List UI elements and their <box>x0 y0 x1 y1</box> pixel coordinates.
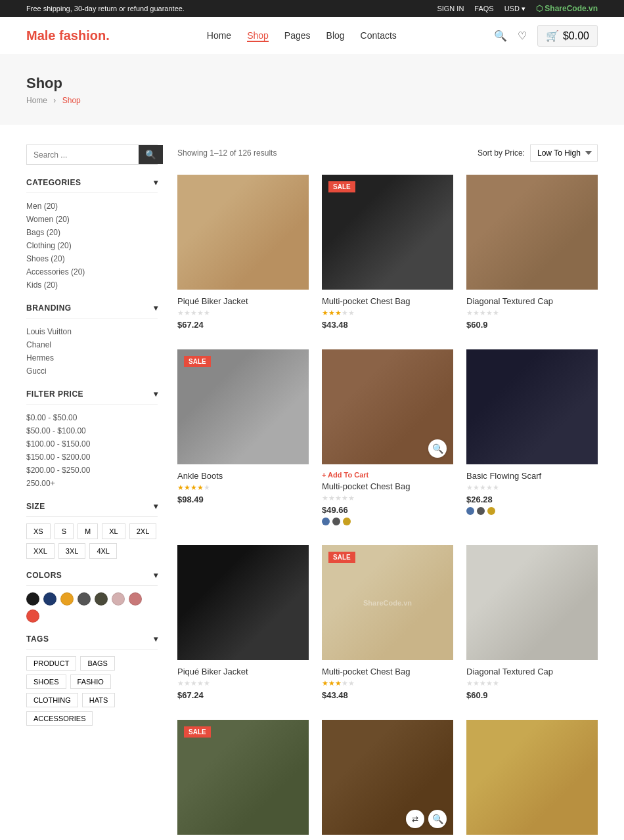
product-image: SALE <box>177 720 309 835</box>
swatch[interactable] <box>466 507 474 515</box>
product-card: SALE Ankle Boots ★★★★★ $98.49 <box>177 349 309 532</box>
nav-home[interactable]: Home <box>207 30 231 42</box>
breadcrumb: Home › Shop <box>26 96 598 105</box>
tag-clothing[interactable]: CLOTHING <box>26 693 78 707</box>
product-info: Multi-pocket Chest Bag ★★★★★ $43.48 <box>322 290 453 336</box>
color-gray[interactable] <box>78 592 91 606</box>
categories-title[interactable]: CATEGORIES ▾ <box>26 178 158 193</box>
size-3xl[interactable]: 3XL <box>58 543 86 559</box>
faqs-link[interactable]: FAQS <box>474 5 493 12</box>
product-card: 🔍 + Add To Cart Multi-pocket Chest Bag ★… <box>322 349 453 532</box>
category-women[interactable]: Women (20) <box>26 213 158 226</box>
product-stars: ★★★★★ <box>322 309 453 317</box>
product-price: $60.9 <box>466 690 598 700</box>
tag-product[interactable]: PRODUCT <box>26 656 76 671</box>
nav-contacts[interactable]: Contacts <box>361 30 397 42</box>
brand-gucci[interactable]: Gucci <box>26 365 158 378</box>
brand-hermes[interactable]: Hermes <box>26 351 158 365</box>
branding-section: BRANDING ▾ Louis Vuitton Chanel Hermes G… <box>26 303 158 378</box>
nav-pages[interactable]: Pages <box>284 30 311 42</box>
product-image: ⇄ 🔍 <box>322 720 453 835</box>
color-pink-light[interactable] <box>112 592 125 606</box>
price-150-200[interactable]: $150.00 - $200.00 <box>26 451 158 464</box>
category-clothing[interactable]: Clothing (20) <box>26 239 158 252</box>
size-4xl[interactable]: 4XL <box>89 543 117 559</box>
category-shoes[interactable]: Shoes (20) <box>26 252 158 265</box>
swatch[interactable] <box>332 518 340 525</box>
product-stars: ★★★★★ <box>177 309 309 317</box>
size-title[interactable]: SIZE ▾ <box>26 502 158 517</box>
products-area: Showing 1–12 of 126 results Sort by Pric… <box>158 144 598 840</box>
product-info: Ankle Boots ★★★★★ $98.49 <box>177 464 309 511</box>
cart-button[interactable]: 🛒 $0.00 <box>537 25 598 47</box>
size-s[interactable]: S <box>55 523 74 539</box>
tags-title[interactable]: TAGS ▾ <box>26 634 158 650</box>
tag-shoes[interactable]: SHOES <box>26 674 66 689</box>
product-stars: ★★★★★ <box>322 679 453 688</box>
swatch[interactable] <box>343 518 351 525</box>
product-stars: ★★★★★ <box>466 309 598 317</box>
product-stars: ★★★★★ <box>466 679 598 688</box>
price-250-plus[interactable]: 250.00+ <box>26 477 158 490</box>
price-100-150[interactable]: $100.00 - $150.00 <box>26 437 158 451</box>
search-icon[interactable]: 🔍 <box>494 30 507 42</box>
price-200-250[interactable]: $200.00 - $250.00 <box>26 464 158 477</box>
quick-view-button[interactable]: 🔍 <box>428 439 447 458</box>
category-kids[interactable]: Kids (20) <box>26 278 158 292</box>
swatch[interactable] <box>322 518 330 525</box>
sale-badge: SALE <box>328 181 355 192</box>
size-xxl[interactable]: XXL <box>26 543 55 559</box>
category-accessories[interactable]: Accessories (20) <box>26 265 158 278</box>
top-bar: Free shipping, 30-day return or refund g… <box>0 0 624 17</box>
category-bags[interactable]: Bags (20) <box>26 226 158 239</box>
product-image: SALE ShareCode.vn <box>322 545 453 660</box>
tag-accessories[interactable]: ACCESSORIES <box>26 711 93 726</box>
product-stars: ★★★★★ <box>177 679 309 688</box>
wishlist-icon[interactable]: ♡ <box>518 30 527 42</box>
product-price: $67.24 <box>177 320 309 330</box>
size-2xl[interactable]: 2XL <box>129 523 157 539</box>
color-black[interactable] <box>26 592 39 606</box>
nav-shop[interactable]: Shop <box>247 30 269 42</box>
price-0-50[interactable]: $0.00 - $50.00 <box>26 411 158 424</box>
product-stars: ★★★★★ <box>177 483 309 492</box>
price-section: FILTER PRICE ▾ $0.00 - $50.00 $50.00 - $… <box>26 389 158 490</box>
swatch[interactable] <box>477 507 485 515</box>
add-to-cart-link[interactable]: + Add To Cart <box>322 471 453 479</box>
signin-link[interactable]: SIGN IN <box>437 5 464 12</box>
tag-bags[interactable]: BAGS <box>80 656 115 671</box>
color-red[interactable] <box>26 609 39 623</box>
color-orange[interactable] <box>60 592 74 606</box>
size-xs[interactable]: XS <box>26 523 51 539</box>
category-men[interactable]: Men (20) <box>26 200 158 213</box>
tag-fashio[interactable]: FASHIO <box>70 674 111 689</box>
size-xl[interactable]: XL <box>102 523 125 539</box>
sort-select[interactable]: Low To High High To Low Default Newest <box>530 144 598 162</box>
brand-lv[interactable]: Louis Vuitton <box>26 325 158 338</box>
color-blue[interactable] <box>43 592 56 606</box>
price-50-100[interactable]: $50.00 - $100.00 <box>26 424 158 437</box>
filter-price-title[interactable]: FILTER PRICE ▾ <box>26 389 158 405</box>
product-info: Basic Flowing Scarf ★★★★★ $26.28 <box>466 464 598 521</box>
color-pink[interactable] <box>129 592 142 606</box>
products-header: Showing 1–12 of 126 results Sort by Pric… <box>177 144 598 162</box>
breadcrumb-home[interactable]: Home <box>26 96 47 105</box>
branding-title[interactable]: BRANDING ▾ <box>26 303 158 319</box>
brand-chanel[interactable]: Chanel <box>26 338 158 351</box>
size-m[interactable]: M <box>78 523 98 539</box>
search-input[interactable] <box>27 145 139 164</box>
main-nav: Home Shop Pages Blog Contacts <box>207 30 397 42</box>
swatch[interactable] <box>487 507 495 515</box>
color-dark-green[interactable] <box>95 592 108 606</box>
product-card: SALE Multi-pocket Chest Bag ★★★★★ $43.48 <box>322 175 453 336</box>
size-section: SIZE ▾ XS S M XL 2XL XXL 3XL 4XL <box>26 502 158 559</box>
nav-blog[interactable]: Blog <box>326 30 345 42</box>
colors-title[interactable]: COLORS ▾ <box>26 571 158 586</box>
compare-button[interactable]: ⇄ <box>406 810 424 828</box>
currency-selector[interactable]: USD ▾ <box>504 5 525 13</box>
quick-view-button[interactable]: 🔍 <box>428 810 447 828</box>
product-stars: ★★★★★ <box>466 483 598 492</box>
tag-hats[interactable]: HATS <box>82 693 116 707</box>
shop-hero: Shop Home › Shop <box>0 55 624 125</box>
product-card: Piqué Biker Jacket ★★★★★ $67.24 <box>177 175 309 336</box>
